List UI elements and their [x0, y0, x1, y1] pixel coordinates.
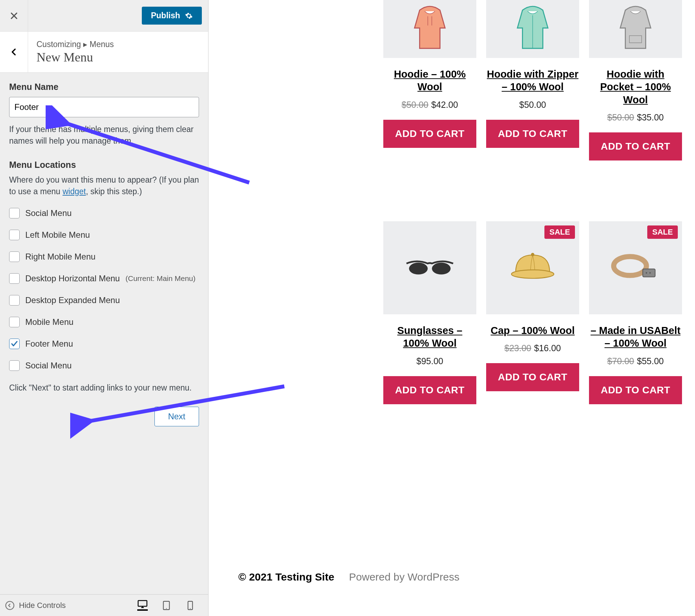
device-mobile-button[interactable]: [185, 600, 196, 611]
breadcrumb-bar: Customizing ▸ Menus New Menu: [0, 32, 208, 73]
product-price: $70.00$55.00: [607, 356, 664, 366]
product-price: $50.00$42.00: [402, 100, 458, 110]
sale-badge: SALE: [647, 225, 678, 239]
add-to-cart-button[interactable]: ADD TO CART: [589, 132, 682, 160]
desktop-icon: [137, 599, 148, 609]
powered-by-text[interactable]: Powered by WordPress: [349, 571, 459, 583]
menu-name-label: Menu Name: [9, 82, 199, 92]
product-grid-row-1: Hoodie – 100% Wool$50.00$42.00ADD TO CAR…: [383, 0, 682, 160]
customizer-top-bar: Publish: [0, 0, 208, 32]
checkbox-label: Social Menu: [25, 361, 72, 371]
checkbox-icon: [9, 339, 20, 349]
panel-body: Menu Name If your theme has multiple men…: [0, 73, 208, 594]
product-price: $95.00: [416, 356, 443, 366]
svg-rect-15: [643, 269, 655, 277]
hide-controls-label: Hide Controls: [19, 601, 66, 610]
product-card: Hoodie – 100% Wool$50.00$42.00ADD TO CAR…: [383, 0, 476, 160]
publish-button[interactable]: Publish: [142, 7, 202, 25]
copyright-text: © 2021 Testing Site: [238, 571, 334, 583]
svg-point-17: [649, 272, 651, 274]
chevron-left-circle-icon: [5, 601, 15, 610]
loc-help-b: , skip this step.): [86, 187, 142, 196]
product-name-link[interactable]: Hoodie with Zipper – 100% Wool: [486, 68, 579, 93]
svg-point-11: [432, 263, 451, 275]
close-button[interactable]: [0, 0, 28, 32]
product-name-link[interactable]: Hoodie with Pocket – 100% Wool: [589, 68, 682, 106]
menu-location-checkbox[interactable]: Social Menu: [9, 360, 199, 371]
checkbox-icon: [9, 208, 20, 218]
product-price: $23.00$16.00: [504, 343, 561, 353]
add-to-cart-button[interactable]: ADD TO CART: [589, 376, 682, 404]
product-name-link[interactable]: – Made in USABelt – 100% Wool: [589, 324, 682, 350]
breadcrumb-path: Customizing ▸ Menus: [37, 40, 114, 49]
menu-location-checkbox[interactable]: Desktop Expanded Menu: [9, 295, 199, 306]
checkbox-label: Footer Menu: [25, 339, 73, 349]
add-to-cart-button[interactable]: ADD TO CART: [383, 376, 476, 404]
product-image[interactable]: SALE: [486, 221, 579, 314]
widget-link[interactable]: widget: [62, 187, 86, 196]
checkbox-icon: [9, 230, 20, 240]
menu-locations-list: Social Menu Left Mobile Menu Right Mobil…: [9, 208, 199, 371]
svg-point-13: [531, 253, 535, 256]
menu-location-checkbox[interactable]: Left Mobile Menu: [9, 230, 199, 240]
svg-point-3: [166, 608, 167, 609]
add-to-cart-button[interactable]: ADD TO CART: [486, 363, 579, 391]
next-button[interactable]: Next: [154, 407, 199, 426]
back-button[interactable]: [0, 32, 28, 72]
menu-location-checkbox[interactable]: Desktop Horizontal Menu (Current: Main M…: [9, 273, 199, 284]
product-card: Sunglasses – 100% Wool$95.00ADD TO CART: [383, 221, 476, 404]
tablet-icon: [162, 601, 171, 610]
product-image[interactable]: [486, 0, 579, 58]
breadcrumb-text: Customizing ▸ Menus New Menu: [28, 33, 122, 71]
svg-point-0: [6, 601, 14, 609]
svg-point-10: [409, 263, 428, 275]
product-card: Hoodie with Zipper – 100% Wool$50.00ADD …: [486, 0, 579, 160]
current-price: $42.00: [431, 100, 458, 110]
product-image[interactable]: [589, 0, 682, 58]
add-to-cart-button[interactable]: ADD TO CART: [486, 120, 579, 148]
menu-location-checkbox[interactable]: Social Menu: [9, 208, 199, 218]
product-name-link[interactable]: Cap – 100% Wool: [491, 324, 575, 337]
product-grid-row-2: Sunglasses – 100% Wool$95.00ADD TO CARTS…: [383, 221, 682, 404]
product-card: SALE– Made in USABelt – 100% Wool$70.00$…: [589, 221, 682, 404]
product-price: $50.00$35.00: [607, 112, 664, 123]
menu-locations-heading: Menu Locations: [9, 160, 199, 170]
checkbox-label: Right Mobile Menu: [25, 252, 95, 262]
product-card: SALECap – 100% Wool$23.00$16.00ADD TO CA…: [486, 221, 579, 404]
menu-location-checkbox[interactable]: Footer Menu: [9, 339, 199, 349]
device-preview-buttons: [137, 600, 196, 611]
add-to-cart-button[interactable]: ADD TO CART: [383, 120, 476, 148]
current-price: $16.00: [534, 343, 561, 353]
svg-point-14: [614, 256, 646, 275]
menu-name-help: If your theme has multiple menus, giving…: [9, 124, 199, 147]
checkbox-icon: [9, 251, 20, 262]
device-desktop-button[interactable]: [137, 600, 148, 611]
device-tablet-button[interactable]: [161, 600, 172, 611]
menu-location-checkbox[interactable]: Mobile Menu: [9, 317, 199, 327]
checkbox-label: Mobile Menu: [25, 317, 73, 327]
current-price: $35.00: [637, 112, 664, 122]
current-price: $55.00: [637, 356, 664, 366]
customizer-panel: Publish Customizing ▸ Menus New Menu Men…: [0, 0, 208, 616]
checkbox-icon: [9, 360, 20, 371]
product-price: $50.00: [519, 100, 546, 110]
product-name-link[interactable]: Sunglasses – 100% Wool: [383, 324, 476, 350]
checkbox-label: Desktop Expanded Menu: [25, 295, 120, 305]
preview-pane: Hoodie – 100% Wool$50.00$42.00ADD TO CAR…: [208, 0, 695, 616]
hide-controls-button[interactable]: Hide Controls: [5, 601, 66, 610]
current-price: $50.00: [519, 100, 546, 110]
site-footer: © 2021 Testing Site Powered by WordPress: [238, 571, 459, 583]
checkbox-label: Desktop Horizontal Menu: [25, 274, 120, 283]
old-price: $50.00: [402, 100, 428, 110]
svg-rect-1: [138, 601, 147, 606]
product-image[interactable]: [383, 221, 476, 314]
product-name-link[interactable]: Hoodie – 100% Wool: [383, 68, 476, 93]
breadcrumb-title: New Menu: [37, 50, 114, 65]
menu-name-input[interactable]: [9, 97, 199, 117]
product-image[interactable]: [383, 0, 476, 58]
old-price: $50.00: [607, 112, 634, 122]
customizer-bottom-bar: Hide Controls: [0, 594, 208, 616]
menu-location-checkbox[interactable]: Right Mobile Menu: [9, 251, 199, 262]
product-card: Hoodie with Pocket – 100% Wool$50.00$35.…: [589, 0, 682, 160]
product-image[interactable]: SALE: [589, 221, 682, 314]
